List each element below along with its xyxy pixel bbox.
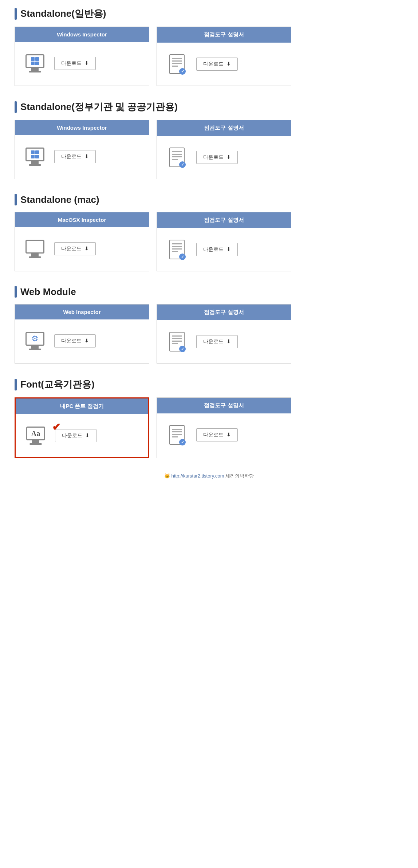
card-doc-manual-4: 점검도구 설명서 ✓ 다운로드 ⬇	[157, 304, 291, 364]
card-icon-doc-manual-1: ✓	[164, 51, 190, 77]
card-body-doc-manual-1: ✓ 다운로드 ⬇	[157, 43, 291, 86]
download-btn-web-inspector[interactable]: 다운로드 ⬇	[54, 334, 96, 347]
card-doc-manual-2: 점검도구 설명서 ✓ 다운로드 ⬇	[157, 120, 291, 179]
download-btn-doc-manual-1[interactable]: 다운로드 ⬇	[196, 58, 238, 71]
footer-emoji: 🐱	[164, 473, 170, 479]
card-web-inspector: Web Inspector ⚙ 다운로드 ⬇	[15, 304, 149, 364]
card-header-doc-manual-4: 점검도구 설명서	[157, 305, 291, 320]
card-body-doc-manual-2: ✓ 다운로드 ⬇	[157, 136, 291, 179]
card-body-web-inspector: ⚙ 다운로드 ⬇	[15, 319, 149, 362]
card-icon-doc-manual-4: ✓	[164, 329, 190, 354]
card-doc-manual-3: 점검도구 설명서 ✓ 다운로드 ⬇	[157, 212, 291, 271]
checkmark-font-checker: ✔	[52, 421, 60, 433]
download-btn-windows-inspector-1[interactable]: 다운로드 ⬇	[54, 57, 96, 70]
card-body-windows-inspector-1: 다운로드 ⬇	[15, 42, 149, 85]
section-font-education: Font(교육기관용)내PC 폰트 점검기 Aa ✔ 다운로드 ⬇ 점검도구 설…	[15, 378, 403, 458]
download-btn-doc-manual-4[interactable]: 다운로드 ⬇	[196, 335, 238, 348]
download-btn-doc-manual-3[interactable]: 다운로드 ⬇	[196, 243, 238, 256]
card-icon-doc-manual-3: ✓	[164, 237, 190, 262]
card-header-web-inspector: Web Inspector	[15, 305, 149, 319]
card-icon-web-inspector: ⚙	[22, 328, 48, 354]
download-btn-doc-manual-5[interactable]: 다운로드 ⬇	[196, 428, 238, 441]
card-header-doc-manual-2: 점검도구 설명서	[157, 120, 291, 136]
card-icon-doc-manual-5: ✓	[164, 422, 190, 448]
cards-row-font-education: 내PC 폰트 점검기 Aa ✔ 다운로드 ⬇ 점검도구 설명서	[15, 397, 403, 458]
card-body-doc-manual-3: ✓ 다운로드 ⬇	[157, 228, 291, 271]
section-title-standalone-general: Standalone(일반용)	[15, 7, 403, 20]
card-icon-macosx-inspector	[22, 236, 48, 262]
card-header-macosx-inspector: MacOSX Inspector	[15, 212, 149, 227]
card-icon-doc-manual-2: ✓	[164, 145, 190, 170]
footer: 🐱 http://kurstar2.tistory.com 세리의박학당	[15, 473, 403, 479]
card-header-font-checker: 내PC 폰트 점검기	[16, 398, 148, 414]
card-doc-manual-5: 점검도구 설명서 ✓ 다운로드 ⬇	[157, 397, 291, 458]
card-header-doc-manual-1: 점검도구 설명서	[157, 27, 291, 43]
section-standalone-general: Standalone(일반용)Windows Inspector 다운로드 ⬇ …	[15, 7, 403, 86]
card-doc-manual-1: 점검도구 설명서 ✓ 다운로드 ⬇	[157, 27, 291, 86]
card-icon-font-checker: Aa	[23, 423, 48, 448]
card-macosx-inspector: MacOSX Inspector 다운로드 ⬇	[15, 212, 149, 271]
card-body-doc-manual-5: ✓ 다운로드 ⬇	[157, 413, 291, 456]
card-icon-windows-inspector-2	[22, 144, 48, 169]
section-web-module: Web ModuleWeb Inspector ⚙ 다운로드 ⬇ 점검도구 설명…	[15, 286, 403, 364]
section-title-standalone-mac: Standalone (mac)	[15, 194, 403, 205]
card-body-macosx-inspector: 다운로드 ⬇	[15, 227, 149, 270]
section-title-web-module: Web Module	[15, 286, 403, 298]
download-btn-font-checker[interactable]: 다운로드 ⬇	[55, 429, 96, 442]
card-body-windows-inspector-2: 다운로드 ⬇	[15, 135, 149, 178]
card-font-checker: 내PC 폰트 점검기 Aa ✔ 다운로드 ⬇	[15, 397, 149, 458]
footer-suffix: 세리의박학당	[225, 473, 254, 479]
card-header-windows-inspector-2: Windows Inspector	[15, 120, 149, 135]
cards-row-web-module: Web Inspector ⚙ 다운로드 ⬇ 점검도구 설명서 ✓	[15, 304, 403, 364]
section-standalone-government: Standalone(정부기관 및 공공기관용)Windows Inspecto…	[15, 101, 403, 179]
card-windows-inspector-2: Windows Inspector 다운로드 ⬇	[15, 120, 149, 179]
download-btn-doc-manual-2[interactable]: 다운로드 ⬇	[196, 151, 238, 164]
card-body-font-checker: Aa ✔ 다운로드 ⬇	[16, 414, 148, 457]
card-windows-inspector-1: Windows Inspector 다운로드 ⬇	[15, 27, 149, 86]
section-standalone-mac: Standalone (mac)MacOSX Inspector 다운로드 ⬇ …	[15, 194, 403, 271]
card-body-doc-manual-4: ✓ 다운로드 ⬇	[157, 320, 291, 363]
download-btn-macosx-inspector[interactable]: 다운로드 ⬇	[54, 242, 96, 255]
cards-row-standalone-general: Windows Inspector 다운로드 ⬇ 점검도구 설명서	[15, 27, 403, 86]
footer-link[interactable]: http://kurstar2.tistory.com	[171, 473, 224, 479]
section-title-standalone-government: Standalone(정부기관 및 공공기관용)	[15, 101, 403, 113]
section-title-font-education: Font(교육기관용)	[15, 378, 403, 391]
card-header-doc-manual-3: 점검도구 설명서	[157, 212, 291, 228]
download-btn-windows-inspector-2[interactable]: 다운로드 ⬇	[54, 150, 96, 163]
card-header-doc-manual-5: 점검도구 설명서	[157, 398, 291, 413]
card-icon-windows-inspector-1	[22, 51, 48, 76]
cards-row-standalone-mac: MacOSX Inspector 다운로드 ⬇ 점검도구 설명서 ✓	[15, 212, 403, 271]
cards-row-standalone-government: Windows Inspector 다운로드 ⬇ 점검도구 설명서	[15, 120, 403, 179]
card-header-windows-inspector-1: Windows Inspector	[15, 27, 149, 42]
